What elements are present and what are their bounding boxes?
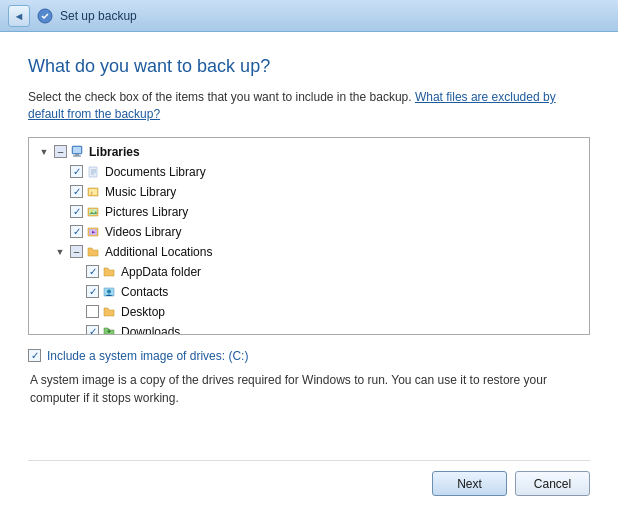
- tree-item-videos[interactable]: ✓ Videos Library: [29, 222, 589, 242]
- description-text: Select the check box of the items that y…: [28, 89, 590, 123]
- documents-label: Documents Library: [105, 165, 206, 179]
- tree-item-downloads[interactable]: ✓ Downloads: [29, 322, 589, 335]
- desktop-icon: [102, 304, 118, 320]
- expand-documents: [53, 165, 67, 179]
- page-title: What do you want to back up?: [28, 56, 590, 77]
- svg-rect-3: [75, 154, 79, 156]
- button-bar: Next Cancel: [28, 460, 590, 496]
- checkbox-documents[interactable]: ✓: [70, 165, 83, 178]
- system-image-label: Include a system image of drives: (C:): [47, 349, 248, 363]
- tree-inner: ▼ – Libraries ✓: [29, 138, 589, 335]
- appdata-label: AppData folder: [121, 265, 201, 279]
- checkbox-downloads[interactable]: ✓: [86, 325, 99, 335]
- checkbox-desktop[interactable]: [86, 305, 99, 318]
- checkbox-libraries[interactable]: –: [54, 145, 67, 158]
- expand-appdata: [69, 265, 83, 279]
- svg-rect-4: [73, 155, 81, 156]
- checkbox-videos[interactable]: ✓: [70, 225, 83, 238]
- pictures-label: Pictures Library: [105, 205, 188, 219]
- tree-item-appdata[interactable]: ✓ AppData folder: [29, 262, 589, 282]
- checkbox-music[interactable]: ✓: [70, 185, 83, 198]
- title-bar: ◄ Set up backup: [0, 0, 618, 32]
- svg-rect-2: [73, 147, 81, 153]
- tree-item-documents[interactable]: ✓ Documents Library: [29, 162, 589, 182]
- additional-icon: [86, 244, 102, 260]
- back-button[interactable]: ◄: [8, 5, 30, 27]
- additional-label: Additional Locations: [105, 245, 212, 259]
- system-image-checkbox[interactable]: ✓: [28, 349, 41, 362]
- checkbox-pictures[interactable]: ✓: [70, 205, 83, 218]
- tree-item-libraries[interactable]: ▼ – Libraries: [29, 142, 589, 162]
- backup-tree[interactable]: ▼ – Libraries ✓: [28, 137, 590, 335]
- tree-item-pictures[interactable]: ✓ Pictures Library: [29, 202, 589, 222]
- cancel-button[interactable]: Cancel: [515, 471, 590, 496]
- music-icon: ♪: [86, 184, 102, 200]
- appdata-icon: [102, 264, 118, 280]
- backup-icon: [36, 7, 54, 25]
- title-bar-text: Set up backup: [60, 9, 137, 23]
- svg-point-14: [91, 210, 93, 212]
- libraries-label: Libraries: [89, 145, 140, 159]
- pictures-icon: [86, 204, 102, 220]
- computer-icon: [70, 144, 86, 160]
- expand-music: [53, 185, 67, 199]
- expand-downloads: [69, 325, 83, 335]
- contacts-icon: [102, 284, 118, 300]
- expand-pictures: [53, 205, 67, 219]
- tree-item-desktop[interactable]: Desktop: [29, 302, 589, 322]
- expand-additional[interactable]: ▼: [53, 245, 67, 259]
- system-image-description: A system image is a copy of the drives r…: [30, 371, 590, 407]
- videos-icon: [86, 224, 102, 240]
- svg-point-19: [107, 289, 111, 293]
- expand-libraries[interactable]: ▼: [37, 145, 51, 159]
- expand-desktop: [69, 305, 83, 319]
- downloads-icon: [102, 324, 118, 335]
- expand-contacts: [69, 285, 83, 299]
- tree-item-additional[interactable]: ▼ – Additional Locations: [29, 242, 589, 262]
- contacts-label: Contacts: [121, 285, 168, 299]
- svg-text:♪: ♪: [90, 189, 93, 195]
- videos-label: Videos Library: [105, 225, 182, 239]
- checkbox-contacts[interactable]: ✓: [86, 285, 99, 298]
- documents-icon: [86, 164, 102, 180]
- downloads-label: Downloads: [121, 325, 180, 335]
- tree-item-music[interactable]: ✓ ♪ Music Library: [29, 182, 589, 202]
- checkbox-additional[interactable]: –: [70, 245, 83, 258]
- expand-videos: [53, 225, 67, 239]
- checkbox-appdata[interactable]: ✓: [86, 265, 99, 278]
- system-image-row: ✓ Include a system image of drives: (C:): [28, 349, 590, 363]
- tree-item-contacts[interactable]: ✓ Contacts: [29, 282, 589, 302]
- desktop-label: Desktop: [121, 305, 165, 319]
- music-label: Music Library: [105, 185, 176, 199]
- main-content: What do you want to back up? Select the …: [0, 32, 618, 512]
- next-button[interactable]: Next: [432, 471, 507, 496]
